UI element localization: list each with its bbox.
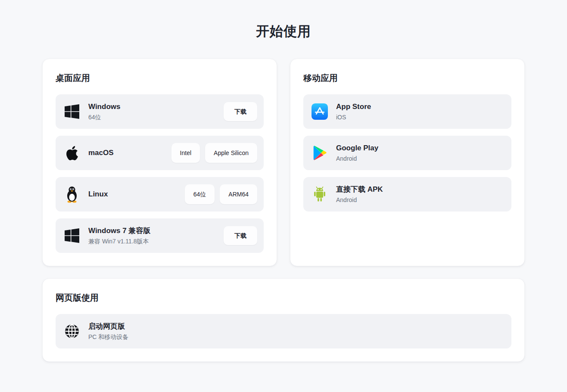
row-actions: 下载 xyxy=(224,226,257,245)
row-windows: Windows 64位 下载 xyxy=(56,94,264,129)
page-title: 开始使用 xyxy=(42,22,525,40)
row-title: macOS xyxy=(88,148,114,158)
row-subtitle: Android xyxy=(336,196,383,204)
googleplay-icon xyxy=(311,144,328,162)
appstore-icon xyxy=(311,103,328,120)
linux-icon xyxy=(63,186,81,203)
row-actions: Intel Apple Silicon xyxy=(171,143,257,163)
row-title: Windows 7 兼容版 xyxy=(88,226,150,236)
row-subtitle: Android xyxy=(336,154,378,163)
row-title: App Store xyxy=(336,102,371,112)
row-subtitle: iOS xyxy=(336,113,371,121)
windows-icon xyxy=(63,227,81,244)
mobile-apps-card: 移动应用 xyxy=(290,59,525,266)
macos-intel-button[interactable]: Intel xyxy=(171,143,200,163)
row-text: macOS xyxy=(88,148,114,158)
row-text: 启动网页版 PC 和移动设备 xyxy=(88,321,128,341)
cards-grid: 桌面应用 Windows 64位 下载 macOS xyxy=(42,59,525,266)
row-title: Linux xyxy=(88,189,108,199)
row-actions: 64位 ARM64 xyxy=(185,184,257,204)
row-text: App Store iOS xyxy=(336,102,371,121)
row-title: 启动网页版 xyxy=(88,321,128,332)
web-version-heading: 网页版使用 xyxy=(56,292,511,304)
mobile-apps-heading: 移动应用 xyxy=(303,72,511,84)
windows-icon xyxy=(63,103,81,120)
row-title: Google Play xyxy=(336,143,378,153)
row-actions: 下载 xyxy=(224,102,257,121)
row-launch-web[interactable]: 启动网页版 PC 和移动设备 xyxy=(56,314,511,348)
row-windows7: Windows 7 兼容版 兼容 Win7 v1.11.8版本 下载 xyxy=(56,218,264,253)
android-icon xyxy=(311,186,328,203)
apple-icon xyxy=(63,144,81,162)
web-version-card: 网页版使用 启动网页版 PC 和移动设备 xyxy=(42,278,525,362)
download-page: 开始使用 桌面应用 Windows 64位 下载 xyxy=(42,0,525,362)
row-subtitle: 兼容 Win7 v1.11.8版本 xyxy=(88,237,150,246)
row-text: Windows 7 兼容版 兼容 Win7 v1.11.8版本 xyxy=(88,226,150,246)
linux-64bit-button[interactable]: 64位 xyxy=(185,184,215,204)
row-google-play[interactable]: Google Play Android xyxy=(303,136,511,170)
row-subtitle: PC 和移动设备 xyxy=(88,333,128,341)
windows7-download-button[interactable]: 下载 xyxy=(224,226,257,245)
row-title: 直接下载 APK xyxy=(336,184,383,195)
desktop-apps-card: 桌面应用 Windows 64位 下载 macOS xyxy=(42,59,277,266)
row-macos: macOS Intel Apple Silicon xyxy=(56,136,264,170)
desktop-apps-heading: 桌面应用 xyxy=(56,72,264,84)
windows-download-button[interactable]: 下载 xyxy=(224,102,257,121)
row-text: Linux xyxy=(88,189,108,199)
row-app-store[interactable]: App Store iOS xyxy=(303,94,511,129)
row-linux: Linux 64位 ARM64 xyxy=(56,177,264,212)
linux-arm64-button[interactable]: ARM64 xyxy=(220,184,257,204)
row-title: Windows xyxy=(88,102,120,112)
row-subtitle: 64位 xyxy=(88,113,120,121)
row-text: 直接下载 APK Android xyxy=(336,184,383,204)
row-apk-download[interactable]: 直接下载 APK Android xyxy=(303,177,511,212)
row-text: Google Play Android xyxy=(336,143,378,163)
macos-apple-silicon-button[interactable]: Apple Silicon xyxy=(205,143,257,163)
globe-icon xyxy=(63,323,81,340)
row-text: Windows 64位 xyxy=(88,102,120,121)
